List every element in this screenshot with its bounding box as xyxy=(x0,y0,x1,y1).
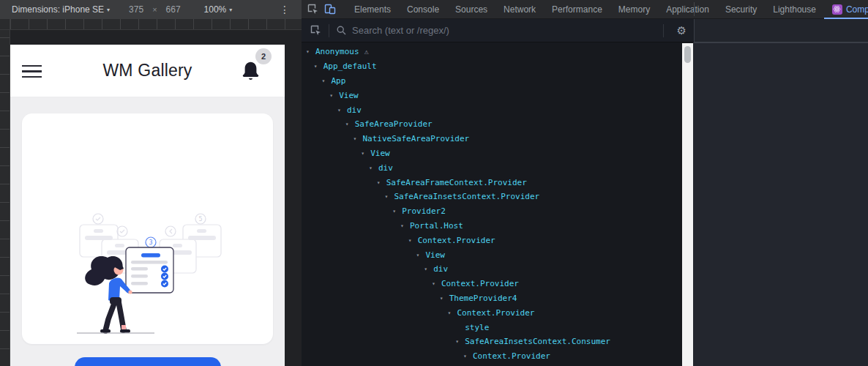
svg-text:3: 3 xyxy=(149,239,152,246)
tree-row[interactable]: ▾ThemeProvider4 xyxy=(302,291,682,306)
tree-row[interactable]: ▾div xyxy=(302,262,682,277)
scrollbar-thumb[interactable] xyxy=(684,46,691,63)
empty-state-illustration: 5 3 xyxy=(77,211,232,340)
tree-row[interactable]: ▾SafeAreaInsetsContext.Provider xyxy=(302,190,682,204)
tree-row[interactable]: ▾Context.Provider xyxy=(302,305,682,320)
component-name: style xyxy=(465,323,489,332)
tree-row[interactable]: ▾View xyxy=(302,146,682,161)
expander-icon[interactable]: ▾ xyxy=(314,63,321,70)
ruler-corner xyxy=(0,19,10,30)
tab-lighthouse[interactable]: Lighthouse xyxy=(765,0,824,19)
expander-icon[interactable]: ▾ xyxy=(345,121,352,127)
gear-icon[interactable]: ⚙ xyxy=(677,24,686,37)
expander-icon[interactable]: ▾ xyxy=(424,266,430,272)
tab-security[interactable]: Security xyxy=(717,0,765,19)
expander-icon[interactable]: ▾ xyxy=(455,338,462,345)
expander-icon[interactable]: ▾ xyxy=(463,353,470,359)
component-name: Context.Provider xyxy=(418,236,495,245)
component-name: div xyxy=(433,264,448,274)
tree-row[interactable]: ▾App xyxy=(302,74,682,89)
kebab-menu-icon[interactable]: ⋮ xyxy=(280,4,290,15)
component-name: SafeAreaInsetsContext.Provider xyxy=(394,192,540,201)
expander-icon[interactable]: ▾ xyxy=(361,150,367,157)
tree-row[interactable]: ▾SafeAreaInsetsContext.Consumer xyxy=(302,335,682,349)
tree-row[interactable]: ▾Context.Provider xyxy=(302,277,682,291)
tab-components[interactable]: Components xyxy=(824,0,868,19)
expander-icon[interactable]: ▾ xyxy=(353,135,360,142)
component-name: App xyxy=(332,76,346,86)
empty-state-card: 5 3 xyxy=(22,113,273,344)
component-name: View xyxy=(370,149,390,158)
expander-icon[interactable]: ▾ xyxy=(377,179,384,186)
component-name: App_default xyxy=(323,61,377,71)
primary-cta-button[interactable] xyxy=(75,357,221,366)
tree-row[interactable]: ▾View xyxy=(302,88,682,102)
inspect-element-icon[interactable] xyxy=(307,3,318,15)
expander-icon[interactable]: ▾ xyxy=(385,193,392,200)
expander-icon[interactable]: ▾ xyxy=(306,48,313,55)
tab-sources[interactable]: Sources xyxy=(447,0,495,19)
tab-network[interactable]: Network xyxy=(495,0,544,19)
vertical-ruler xyxy=(0,19,10,366)
tree-row[interactable]: ▾Provider2 xyxy=(302,204,682,219)
tree-row[interactable]: ▾div xyxy=(302,102,682,117)
tree-row[interactable]: ▾App_default xyxy=(302,59,682,74)
device-toolbar-toggle-icon[interactable] xyxy=(324,3,336,15)
select-component-icon[interactable] xyxy=(310,25,321,36)
expander-icon[interactable]: ▾ xyxy=(408,237,415,244)
expander-icon[interactable]: ▾ xyxy=(322,78,329,84)
expander-icon[interactable]: ▾ xyxy=(416,252,423,258)
expander-icon[interactable]: ▾ xyxy=(448,310,454,316)
components-search-row: ⚙ xyxy=(302,19,694,42)
expander-icon[interactable]: ▾ xyxy=(392,208,399,214)
expander-icon[interactable]: ▾ xyxy=(337,107,344,113)
tree-row[interactable]: ▾Context.Provider xyxy=(302,349,682,364)
expander-icon[interactable]: ▾ xyxy=(440,295,446,302)
expander-icon[interactable]: ▾ xyxy=(329,92,336,99)
device-viewport: WM Gallery 2 xyxy=(10,45,285,366)
tab-performance[interactable]: Performance xyxy=(544,0,610,19)
component-name: SafeAreaFrameContext.Provider xyxy=(386,178,527,187)
tree-scrollbar[interactable] xyxy=(682,43,693,366)
tree-row[interactable]: ▾SafeAreaFrameContext.Provider xyxy=(302,175,682,190)
zoom-select[interactable]: 100% ▾ xyxy=(204,4,233,15)
zoom-value: 100% xyxy=(204,4,227,15)
svg-text:5: 5 xyxy=(198,216,202,223)
device-type-select[interactable]: Dimensions: iPhone SE xyxy=(12,4,104,15)
component-name: Context.Provider xyxy=(473,351,550,361)
tab-elements[interactable]: Elements xyxy=(346,0,399,19)
tree-row[interactable]: ▾View xyxy=(302,247,682,262)
tab-application[interactable]: Application xyxy=(658,0,717,19)
dimensions-times-separator: × xyxy=(152,5,157,14)
search-divider xyxy=(329,24,329,37)
tab-memory[interactable]: Memory xyxy=(610,0,658,19)
search-input[interactable] xyxy=(352,25,656,36)
expander-icon[interactable]: ▾ xyxy=(400,223,407,229)
tree-row[interactable]: ▾style xyxy=(302,320,682,335)
tree-row[interactable]: ▾NativeSafeAreaProvider xyxy=(302,132,682,146)
devtools-tabbar: Elements Console Sources Network Perform… xyxy=(302,0,868,19)
tab-console[interactable]: Console xyxy=(399,0,447,19)
tree-row[interactable]: ▾SafeAreaProvider xyxy=(302,117,682,132)
component-name: NativeSafeAreaProvider xyxy=(363,134,470,143)
device-toolbar: Dimensions: iPhone SE ▾ 375 × 667 100% ▾… xyxy=(0,0,302,19)
component-name: View xyxy=(426,250,446,260)
chevron-down-icon: ▾ xyxy=(229,7,232,13)
expander-icon[interactable]: ▾ xyxy=(432,280,438,287)
viewport-height-field[interactable]: 667 xyxy=(166,4,181,15)
notification-count-badge: 2 xyxy=(255,48,272,64)
viewport-width-field[interactable]: 375 xyxy=(129,4,143,15)
bell-icon[interactable] xyxy=(241,61,261,83)
component-name: SafeAreaInsetsContext.Consumer xyxy=(465,337,610,346)
tree-row[interactable]: ▾Anonymous⚠ xyxy=(302,45,682,59)
expander-icon[interactable]: ▾ xyxy=(369,165,375,171)
tree-row[interactable]: ▾div xyxy=(302,160,682,175)
horizontal-ruler xyxy=(10,19,302,30)
component-name: Context.Provider xyxy=(457,308,535,318)
screenshot-root: Dimensions: iPhone SE ▾ 375 × 667 100% ▾… xyxy=(0,0,868,366)
react-logo-icon xyxy=(832,4,842,15)
component-name: View xyxy=(339,91,359,100)
warning-icon: ⚠ xyxy=(364,48,369,56)
tree-row[interactable]: ▾Portal.Host xyxy=(302,219,682,234)
tree-row[interactable]: ▾Context.Provider xyxy=(302,233,682,247)
